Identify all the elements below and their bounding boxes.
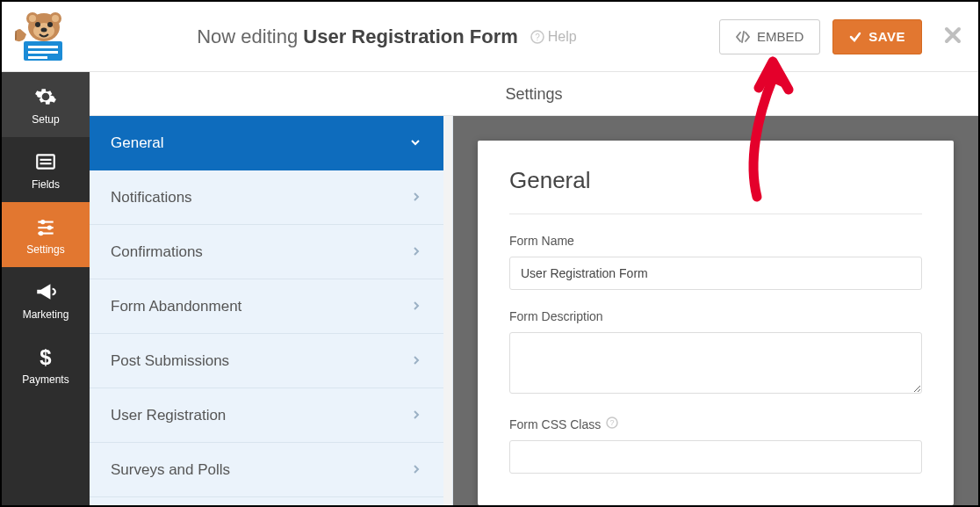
nav-setup[interactable]: Setup [2, 72, 90, 137]
panel-item-general[interactable]: General [90, 116, 443, 170]
subheader-title: Settings [505, 85, 562, 103]
top-bar: Now editing User Registration Form ? Hel… [2, 2, 978, 72]
chevron-down-icon [410, 134, 421, 152]
dollar-icon: $ [2, 345, 90, 368]
settings-panel[interactable]: General Notifications Confirmations Form… [90, 116, 453, 505]
chevron-right-icon [412, 352, 421, 370]
panel-item-user-registration[interactable]: User Registration [90, 388, 443, 443]
editing-form-title: User Registration Form [303, 25, 518, 47]
nav-label: Settings [2, 243, 90, 256]
svg-point-3 [29, 15, 36, 22]
section-title: General [509, 167, 922, 194]
form-css-label: Form CSS Class ? [509, 416, 922, 431]
panel-item-form-abandonment[interactable]: Form Abandonment [90, 279, 443, 334]
nav-label: Fields [2, 178, 90, 191]
form-description-label: Form Description [509, 309, 922, 323]
panel-item-label: Post Submissions [111, 352, 229, 370]
svg-point-6 [35, 22, 40, 27]
svg-rect-11 [28, 51, 58, 54]
save-button[interactable]: SAVE [832, 19, 922, 54]
svg-rect-10 [28, 46, 58, 48]
main-body: General Notifications Confirmations Form… [90, 116, 978, 505]
check-icon [849, 31, 861, 43]
code-icon [736, 31, 750, 43]
form-name-label: Form Name [509, 234, 922, 248]
panel-item-label: Surveys and Polls [111, 461, 230, 479]
panel-item-label: Confirmations [111, 243, 203, 261]
header-center: Now editing User Registration Form ? Hel… [54, 25, 719, 48]
help-icon[interactable]: ? [606, 416, 618, 431]
embed-label: EMBED [757, 29, 803, 44]
panel-item-surveys-polls[interactable]: Surveys and Polls [90, 443, 443, 497]
form-css-label-text: Form CSS Class [509, 417, 601, 431]
chevron-right-icon [412, 189, 421, 206]
workspace: Setup Fields Settings Marketing $ Paymen… [2, 72, 978, 505]
divider [509, 214, 922, 214]
svg-text:$: $ [40, 345, 51, 368]
nav-label: Marketing [2, 308, 90, 321]
bullhorn-icon [2, 280, 90, 303]
nav-label: Payments [2, 373, 90, 386]
sliders-icon [2, 215, 90, 238]
panel-item-label: General [111, 134, 163, 152]
form-name-input[interactable] [509, 257, 922, 290]
embed-button[interactable]: EMBED [719, 19, 820, 54]
svg-point-19 [40, 220, 45, 224]
nav-payments[interactable]: $ Payments [2, 332, 90, 397]
svg-text:?: ? [610, 418, 615, 427]
preview-canvas: General Form Name Form Description Form … [453, 116, 978, 505]
nav-marketing[interactable]: Marketing [2, 267, 90, 332]
chevron-right-icon [412, 407, 421, 424]
sub-header: Settings [90, 72, 978, 116]
top-actions: EMBED SAVE [719, 19, 962, 54]
chevron-right-icon [412, 243, 421, 261]
svg-rect-15 [37, 155, 54, 168]
help-icon: ? [530, 30, 544, 44]
panel-item-label: Notifications [111, 189, 192, 206]
panel-item-post-submissions[interactable]: Post Submissions [90, 334, 443, 388]
editing-prefix: Now editing [197, 25, 298, 47]
chevron-right-icon [412, 461, 421, 479]
gear-icon [2, 85, 90, 108]
nav-settings[interactable]: Settings [2, 202, 90, 267]
save-label: SAVE [868, 29, 905, 44]
svg-point-4 [52, 15, 59, 22]
close-icon [943, 25, 962, 45]
form-description-group: Form Description [509, 309, 922, 397]
editing-label: Now editing User Registration Form [197, 25, 518, 48]
help-label: Help [548, 29, 577, 45]
form-css-input[interactable] [509, 440, 922, 474]
nav-fields[interactable]: Fields [2, 137, 90, 202]
main-area: Settings General Notifications Confirmat… [90, 72, 978, 505]
close-button[interactable] [943, 25, 962, 48]
form-description-input[interactable] [509, 332, 922, 394]
svg-point-7 [47, 22, 53, 27]
nav-label: Setup [2, 113, 90, 126]
svg-point-23 [39, 231, 43, 235]
left-nav: Setup Fields Settings Marketing $ Paymen… [2, 72, 90, 505]
panel-item-label: Form Abandonment [111, 298, 241, 315]
panel-item-label: User Registration [111, 407, 226, 424]
panel-item-confirmations[interactable]: Confirmations [90, 225, 443, 279]
help-link[interactable]: ? Help [530, 29, 577, 45]
svg-text:?: ? [535, 32, 540, 41]
form-css-group: Form CSS Class ? [509, 416, 922, 474]
panel-item-notifications[interactable]: Notifications [90, 170, 443, 225]
chevron-right-icon [412, 298, 421, 315]
svg-point-21 [47, 225, 52, 229]
svg-point-8 [41, 27, 47, 32]
list-icon [2, 150, 90, 173]
svg-rect-12 [28, 56, 47, 59]
form-name-group: Form Name [509, 234, 922, 290]
settings-card: General Form Name Form Description Form … [478, 141, 954, 505]
